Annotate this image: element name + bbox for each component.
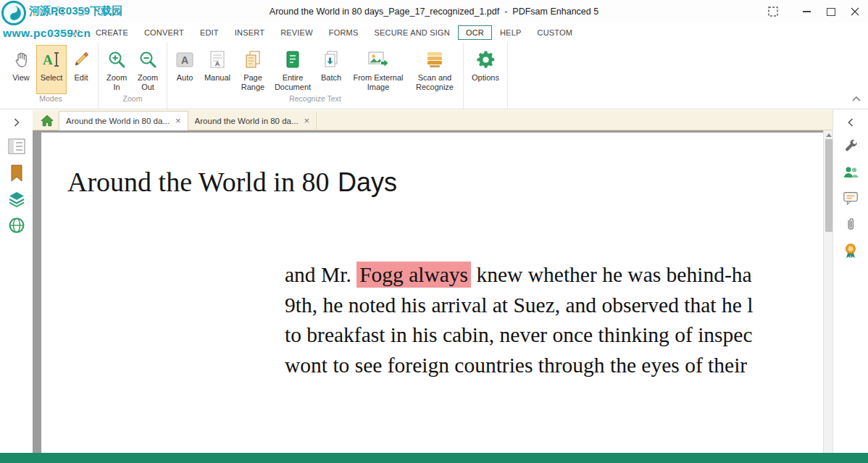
batch-button[interactable]: Batch — [316, 45, 346, 94]
ribbon-tab-custom[interactable]: CUSTOM — [530, 25, 581, 40]
certificates-icon[interactable] — [841, 243, 860, 261]
batch-icon — [322, 47, 341, 72]
zoom-group-label: Zoom — [102, 94, 163, 107]
document-tab-2-label: Around the World in 80 da... — [195, 117, 299, 125]
highlighted-text: Fogg always — [356, 262, 471, 288]
pdfsam-window: Around the World in 80 days_Page_17_reco… — [0, 0, 868, 463]
ribbon-tab-forms[interactable]: FORMS — [321, 25, 367, 40]
zoom-in-icon — [107, 47, 127, 72]
document-tab-2[interactable]: Around the World in 80 da... × — [188, 112, 317, 130]
status-bar — [0, 453, 868, 463]
ribbon-tab-edit[interactable]: EDIT — [192, 25, 227, 40]
maximize-icon[interactable] — [819, 1, 843, 22]
zoom-out-icon — [138, 47, 158, 72]
auto-recognize-button[interactable]: A Auto — [171, 45, 199, 94]
view-mode-button[interactable]: View — [7, 45, 35, 94]
text-line-4: wont to see foreign countries through th… — [285, 351, 753, 381]
layers-icon[interactable] — [7, 191, 26, 209]
people-icon[interactable] — [841, 164, 860, 183]
tools-icon[interactable] — [841, 138, 860, 157]
close-tab-icon[interactable]: × — [175, 116, 181, 125]
toggle-layout-icon[interactable] — [761, 1, 785, 22]
external-image-icon — [367, 47, 389, 72]
page-range-icon — [243, 47, 262, 72]
svg-text:A: A — [43, 52, 53, 67]
web-links-icon[interactable] — [7, 217, 26, 235]
bookmarks-icon[interactable] — [7, 164, 26, 183]
page-heading-serif: Around the World in 80 — [67, 167, 329, 197]
text-line-1-post: knew whether he was behind-ha — [471, 263, 751, 286]
scan-and-recognize-label: Scan and Recognize — [411, 73, 459, 92]
select-text-icon: A — [42, 47, 61, 72]
ribbon-tab-insert[interactable]: INSERT — [227, 25, 272, 40]
document-canvas: Around the World in 80 Days and Mr. Fogg… — [33, 130, 833, 453]
zoom-out-label: Zoom Out — [133, 73, 162, 92]
document-title-text: Around the World in 80 days_Page_17_reco… — [270, 7, 499, 17]
title-separator: - — [504, 7, 507, 17]
ribbon-tab-help[interactable]: HELP — [492, 25, 530, 40]
vertical-scrollbar[interactable] — [823, 130, 833, 453]
zoom-in-button[interactable]: Zoom In — [102, 45, 131, 94]
ribbon: View A Select Edit Modes — [0, 42, 868, 109]
text-line-2: 9th, he noted his arrival at Suez, and o… — [285, 291, 753, 321]
scrollbar-thumb[interactable] — [825, 139, 832, 232]
window-controls — [761, 0, 867, 23]
right-panel-rail — [832, 110, 868, 453]
ribbon-tab-view[interactable]: VIEW — [51, 25, 88, 40]
close-tab-icon[interactable]: × — [304, 116, 310, 125]
attachments-icon[interactable] — [841, 217, 860, 235]
ribbon-tab-secure-and-sign[interactable]: SECURE AND SIGN — [366, 25, 457, 40]
home-icon[interactable] — [38, 111, 57, 130]
entire-document-button[interactable]: Entire Document — [271, 45, 314, 94]
select-mode-label: Select — [41, 73, 63, 83]
page-range-button[interactable]: Page Range — [236, 45, 270, 94]
hand-icon — [12, 47, 30, 72]
ribbon-tab-create[interactable]: CREATE — [88, 25, 136, 40]
page-range-label: Page Range — [237, 73, 269, 92]
edit-mode-button[interactable]: Edit — [68, 45, 94, 94]
options-group-label — [467, 94, 504, 107]
scroll-up-icon[interactable] — [826, 133, 832, 137]
zoom-out-button[interactable]: Zoom Out — [133, 45, 163, 94]
left-panel-rail — [0, 110, 33, 453]
text-line-1-pre: and Mr. — [285, 263, 356, 286]
ribbon-tab-review[interactable]: REVIEW — [272, 25, 321, 40]
minimize-icon[interactable] — [795, 1, 819, 22]
manual-recognize-button[interactable]: A Manual — [200, 45, 235, 94]
gear-icon — [475, 47, 496, 72]
close-icon[interactable] — [843, 1, 867, 22]
zoom-in-label: Zoom In — [103, 73, 130, 92]
document-tab-1[interactable]: Around the World in 80 da... × — [59, 111, 188, 130]
scan-and-recognize-button[interactable]: Scan and Recognize — [410, 45, 459, 94]
ribbon-tab-convert[interactable]: CONVERT — [136, 25, 192, 40]
window-title: Around the World in 80 days_Page_17_reco… — [0, 0, 868, 23]
entire-document-icon — [283, 47, 302, 72]
expand-right-panel-icon[interactable] — [847, 117, 854, 130]
text-line-3: to breakfast in his cabin, never once th… — [285, 320, 753, 351]
titlebar: Around the World in 80 days_Page_17_reco… — [0, 0, 868, 23]
edit-mode-label: Edit — [75, 73, 88, 83]
page-heading-sans: Days — [338, 167, 397, 197]
pdf-page: Around the World in 80 Days and Mr. Fogg… — [41, 133, 824, 453]
entire-document-label: Entire Document — [272, 73, 314, 92]
document-tab-bar: Around the World in 80 da... × Around th… — [33, 110, 833, 130]
options-label: Options — [472, 73, 499, 83]
ribbon-tab-bar: VIEW CREATE CONVERT EDIT INSERT REVIEW F… — [0, 23, 868, 42]
ribbon-group-recognize-text: A Auto A Manual Page Range — [167, 42, 464, 109]
select-mode-button[interactable]: A Select — [36, 45, 67, 94]
auto-recognize-icon: A — [175, 47, 194, 72]
pencil-icon — [72, 47, 91, 72]
comments-icon[interactable] — [841, 191, 860, 209]
expand-left-panel-icon[interactable] — [13, 117, 20, 130]
ribbon-collapse-icon[interactable] — [852, 91, 861, 104]
page-paragraph: and Mr. Fogg always knew whether he was … — [285, 260, 753, 380]
ribbon-tab-ocr[interactable]: OCR — [458, 25, 492, 40]
options-button[interactable]: Options — [467, 45, 504, 94]
ribbon-group-modes: View A Select Edit Modes — [0, 42, 99, 109]
app-name-text: PDFsam Enhanced 5 — [512, 7, 598, 17]
ribbon-group-options: Options — [464, 42, 508, 109]
manual-recognize-icon: A — [208, 47, 227, 72]
from-external-image-button[interactable]: From External Image — [348, 45, 409, 94]
ribbon-group-zoom: Zoom In Zoom Out Zoom — [99, 42, 167, 109]
page-thumbnails-icon[interactable] — [7, 138, 26, 157]
